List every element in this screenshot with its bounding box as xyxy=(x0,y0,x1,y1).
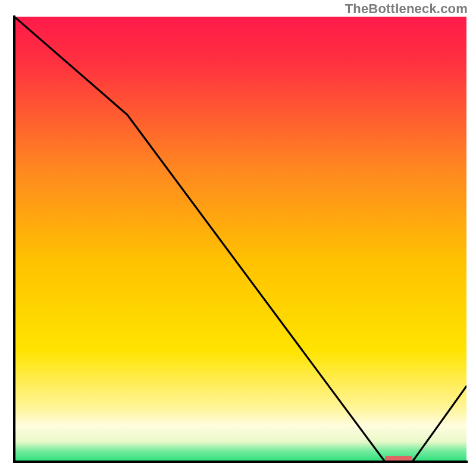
highlight-segment xyxy=(385,456,412,461)
gradient-background xyxy=(14,17,466,462)
bottleneck-chart xyxy=(0,0,476,476)
chart-container: TheBottleneck.com xyxy=(0,0,476,476)
